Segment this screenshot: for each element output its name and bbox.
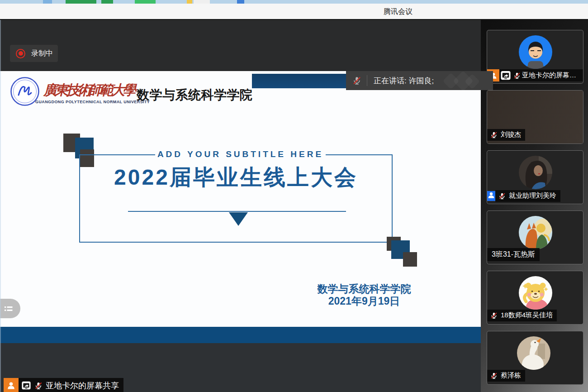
meeting-watermark-icon — [441, 73, 481, 89]
university-name-english: GUANGDONG POLYTECHNICAL NORMAL UNIVERSIT… — [35, 100, 150, 104]
participant-tile-liumeiling[interactable]: 就业助理刘美玲 — [487, 150, 583, 204]
participant-tile-caizedong[interactable]: 蔡泽栋 — [487, 331, 583, 385]
muted-mic-icon — [490, 311, 498, 320]
desktop-strip — [0, 0, 588, 4]
host-badge — [4, 378, 19, 392]
avatar-woman-photo — [519, 156, 552, 189]
participant-name: 就业助理刘美玲 — [509, 191, 556, 200]
participant-label: 刘骏杰 — [487, 129, 525, 141]
university-name-calligraphy: 廣東技術師範大學 — [43, 81, 134, 100]
muted-mic-icon — [498, 192, 506, 200]
triangle-decoration — [229, 212, 248, 226]
participant-label: 18数师4班吴佳培 — [487, 310, 557, 321]
footer-department: 数学与系统科学学院 — [308, 283, 421, 295]
screen-share-icon — [21, 381, 31, 390]
participant-name: 蔡泽栋 — [501, 371, 521, 380]
participant-name: 亚地卡尔的屏幕… — [522, 71, 576, 80]
muted-mic-icon — [513, 72, 521, 80]
desktop-fragment — [135, 0, 156, 4]
presentation-slide: 廣東技術師範大學 GUANGDONG POLYTECHNICAL NORMAL … — [0, 71, 481, 343]
deco-square — [403, 252, 417, 267]
desktop-fragment — [237, 0, 244, 4]
participant-name: 18数师4班吴佳培 — [501, 311, 553, 320]
participant-label: 3班31-瓦热斯 — [487, 248, 540, 261]
department-header: 数学与系统科学学院 — [137, 86, 253, 104]
footer-date: 2021年9月19日 — [308, 295, 421, 307]
frame-line — [128, 211, 346, 212]
avatar-cartoon-bear — [519, 276, 552, 310]
frame-line — [79, 242, 388, 243]
recording-label: 录制中 — [31, 49, 53, 58]
participant-label: 蔡泽栋 — [487, 370, 525, 382]
person-icon — [6, 381, 16, 390]
muted-mic-icon — [34, 381, 43, 390]
slide-bottom-band — [0, 327, 481, 343]
desktop-fragment — [66, 0, 96, 4]
participant-name: 刘骏杰 — [501, 130, 521, 139]
window-titlebar: 腾讯会议 — [0, 4, 588, 19]
slide-title: 2022届毕业生线上大会 — [79, 163, 393, 192]
participant-tile-wujiapei[interactable]: 18数师4班吴佳培 — [487, 271, 583, 325]
avatar-cartoon-boy — [519, 35, 552, 69]
participants-sidebar: 亚地卡尔的屏幕… 刘骏杰 — [481, 20, 588, 392]
frame-line — [79, 154, 155, 155]
slide-subtitle: ADD YOUR SUBTITLE HERE — [155, 149, 326, 159]
avatar-little-prince-fox — [519, 216, 552, 249]
window-title: 腾讯会议 — [384, 7, 413, 17]
participant-tile-yadikaer[interactable]: 亚地卡尔的屏幕… — [487, 30, 583, 84]
record-dot-icon — [16, 49, 25, 58]
muted-mic-icon — [490, 131, 498, 139]
list-icon — [3, 303, 14, 314]
muted-mic-icon — [352, 76, 362, 86]
avatar-goose-photo — [517, 336, 550, 370]
desktop-fragment — [43, 0, 52, 4]
participant-label: 就业助理刘美玲 — [487, 190, 560, 202]
participant-list-toggle[interactable] — [0, 299, 20, 318]
frame-line — [326, 154, 393, 155]
participant-tile-liujunjie[interactable]: 刘骏杰 — [487, 90, 583, 144]
person-icon — [487, 191, 495, 199]
meeting-window: 腾讯会议 录制中 廣東技術師範大學 GUANGDONG POLYTECHNIC — [0, 0, 588, 392]
participant-name: 3班31-瓦热斯 — [492, 250, 535, 259]
meeting-content: 录制中 廣東技術師範大學 GUANGDONG POLYTECHNICAL NOR… — [0, 19, 588, 392]
name-chip: 就业助理刘美玲 — [495, 190, 560, 202]
recording-badge[interactable]: 录制中 — [10, 45, 58, 62]
person-badge — [487, 191, 495, 201]
share-banner-label: 亚地卡尔的屏幕共享 — [46, 380, 119, 391]
toast-divider — [367, 75, 367, 86]
desktop-fragment — [194, 0, 210, 4]
screen-share-banner: 亚地卡尔的屏幕共享 — [4, 378, 123, 392]
window-left-edge — [0, 20, 1, 392]
screen-share-icon — [500, 71, 511, 81]
participant-tile-waresi[interactable]: 3班31-瓦热斯 — [487, 210, 583, 264]
speaking-toast: 正在讲话: 许国良; — [346, 71, 493, 90]
share-banner-bar: 亚地卡尔的屏幕共享 — [19, 378, 123, 392]
participant-label: 亚地卡尔的屏幕… — [487, 69, 583, 81]
speaking-toast-text: 正在讲话: 许国良; — [374, 76, 434, 86]
desktop-fragment — [101, 0, 113, 4]
desktop-fragment — [187, 0, 192, 4]
muted-mic-icon — [490, 372, 498, 380]
slide-footer: 数学与系统科学学院 2021年9月19日 — [308, 283, 421, 307]
